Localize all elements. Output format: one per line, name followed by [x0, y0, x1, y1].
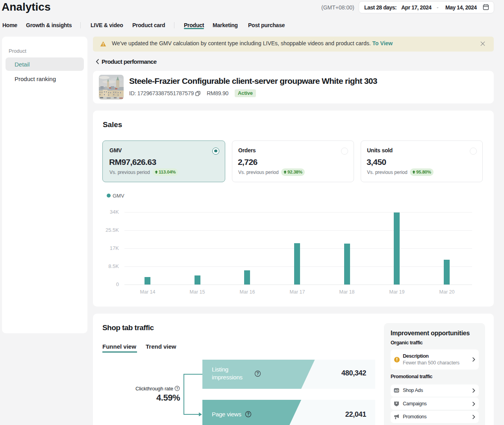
svg-text:?: ?: [176, 386, 178, 390]
svg-text:AD: AD: [395, 389, 398, 392]
svg-text:?: ?: [256, 371, 259, 376]
svg-text:?: ?: [247, 412, 249, 416]
